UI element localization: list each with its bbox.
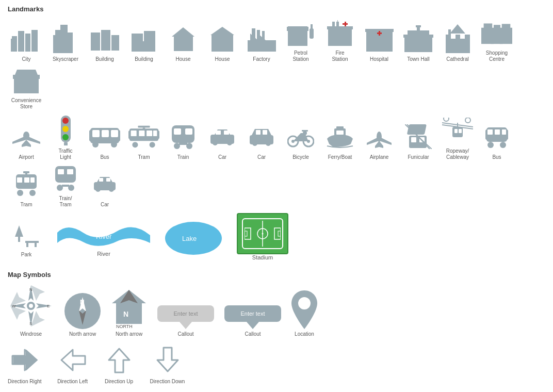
map-symbols-title: Map Symbols	[8, 271, 545, 279]
svg-rect-40	[288, 29, 307, 46]
landmark-shopping-centre[interactable]: Shopping Centre	[478, 17, 515, 62]
map-area-lake[interactable]: Lake	[162, 218, 224, 256]
landmark-hospital[interactable]: Hospital	[361, 23, 398, 62]
svg-rect-70	[416, 25, 421, 27]
svg-rect-153	[336, 130, 344, 135]
transport-ferry[interactable]: Ferry/Boat	[321, 121, 359, 160]
landmark-fire-station[interactable]: FireStation	[321, 17, 359, 62]
transport-tram2[interactable]: Tram	[8, 169, 45, 208]
map-area-stadium[interactable]: Stadium	[237, 213, 288, 260]
bus1-label: Bus	[100, 154, 109, 160]
factory-label: Factory	[253, 56, 270, 62]
landmark-petrol-station[interactable]: PetrolStation	[282, 17, 319, 62]
direction-up-label: Direction Up	[105, 379, 133, 384]
shopping-centre-label: Shopping Centre	[478, 50, 515, 62]
map-area-river[interactable]: River River	[57, 217, 150, 257]
direction-up[interactable]: Direction Up	[104, 345, 135, 384]
svg-point-147	[303, 132, 306, 135]
transport-car3[interactable]: Car	[86, 169, 123, 208]
landmarks-title: Landmarks	[8, 5, 545, 13]
svg-point-197	[109, 187, 114, 192]
transport-bus2[interactable]: Bus	[478, 121, 515, 160]
symbol-callout1[interactable]: Enter text Callout	[157, 305, 214, 337]
svg-rect-99	[17, 80, 23, 87]
direction-left[interactable]: Direction Left	[57, 345, 88, 384]
landmark-building1[interactable]: Building	[86, 23, 123, 62]
svg-rect-3	[31, 30, 38, 52]
direction-down-label: Direction Down	[150, 379, 185, 384]
transport-train[interactable]: Train	[165, 121, 202, 160]
stadium-field-icon	[245, 221, 281, 247]
stadium-label: Stadium	[252, 254, 273, 260]
landmark-convenience-store[interactable]: ConvenienceStore	[8, 64, 45, 110]
landmark-building2[interactable]: Building	[125, 23, 162, 62]
svg-rect-10	[101, 30, 110, 51]
symbol-callout2[interactable]: Enter text Callout	[224, 305, 281, 337]
symbol-north-arrow-circle[interactable]: N North arrow	[64, 293, 101, 337]
direction-right[interactable]: Direction Right	[8, 345, 42, 384]
transport-bus1[interactable]: Bus	[86, 121, 123, 160]
landmark-cathedral[interactable]: Cathedral	[439, 23, 476, 62]
building1-icon	[91, 27, 119, 51]
svg-rect-97	[13, 75, 40, 79]
svg-rect-15	[106, 34, 108, 36]
svg-rect-44	[291, 32, 296, 38]
city-label: City	[22, 56, 30, 62]
svg-rect-71	[406, 38, 411, 43]
svg-text:W: W	[12, 304, 16, 308]
direction-down[interactable]: Direction Down	[150, 345, 185, 384]
svg-point-237	[298, 297, 311, 309]
transport-bicycle[interactable]: Bicycle	[282, 121, 319, 160]
transport-funicular[interactable]: Funicular	[400, 121, 437, 160]
svg-point-213	[262, 233, 264, 235]
traffic-light-label: TrafficLight	[58, 148, 72, 160]
svg-point-106	[62, 118, 69, 124]
transport-ropeway[interactable]: Ropeway/Cableway	[439, 115, 476, 160]
svg-rect-9	[91, 32, 100, 51]
svg-rect-13	[95, 37, 97, 39]
callout2-label: Callout	[245, 331, 261, 337]
map-area-park[interactable]: Park	[8, 216, 45, 258]
landmark-town-hall[interactable]: Town Hall	[400, 23, 437, 62]
svg-rect-65	[379, 31, 380, 36]
svg-rect-1	[18, 31, 24, 52]
transport-car1[interactable]: Car	[204, 121, 241, 160]
north-arrow-circle-icon: N	[64, 293, 101, 329]
svg-rect-33	[220, 28, 222, 32]
symbol-location[interactable]: Location	[291, 290, 317, 337]
transport-tram1[interactable]: Tram	[125, 121, 162, 160]
landmark-house2[interactable]: House	[204, 23, 241, 62]
symbol-windrose[interactable]: N S W E Windrose	[8, 283, 54, 337]
transport-car2[interactable]: Car	[243, 121, 280, 160]
svg-rect-74	[426, 38, 430, 43]
svg-rect-53	[337, 20, 338, 23]
svg-rect-18	[133, 37, 136, 40]
svg-rect-119	[131, 130, 137, 136]
svg-point-170	[465, 118, 470, 123]
callout2-icon: Enter text	[224, 305, 281, 329]
landmark-city[interactable]: City	[8, 23, 45, 62]
symbol-north-arrow-house[interactable]: N NORTH North arrow	[111, 288, 147, 337]
landmark-factory[interactable]: Factory	[243, 23, 280, 62]
svg-rect-130	[174, 137, 192, 140]
callout1-icon: Enter text	[157, 305, 214, 329]
svg-rect-195	[106, 178, 110, 182]
transport-train-tram[interactable]: Train/Tram	[47, 162, 84, 208]
svg-rect-73	[421, 38, 425, 43]
svg-rect-20	[145, 35, 148, 38]
transport-airplane[interactable]: Airplane	[361, 121, 398, 160]
tram1-icon	[128, 125, 159, 149]
svg-point-183	[29, 190, 36, 196]
funicular-icon	[405, 124, 432, 149]
svg-rect-30	[219, 41, 225, 52]
landmark-skyscraper[interactable]: Skyscraper	[47, 23, 84, 62]
svg-text:N: N	[123, 310, 128, 318]
transport-traffic-light[interactable]: TrafficLight	[47, 115, 84, 160]
house1-icon	[172, 26, 195, 51]
svg-rect-7	[68, 32, 73, 53]
transport-airport[interactable]: Airport	[8, 121, 45, 160]
svg-rect-49	[331, 30, 338, 46]
landmark-house1[interactable]: House	[165, 23, 202, 62]
svg-rect-167	[459, 129, 462, 133]
svg-rect-90	[502, 24, 511, 29]
